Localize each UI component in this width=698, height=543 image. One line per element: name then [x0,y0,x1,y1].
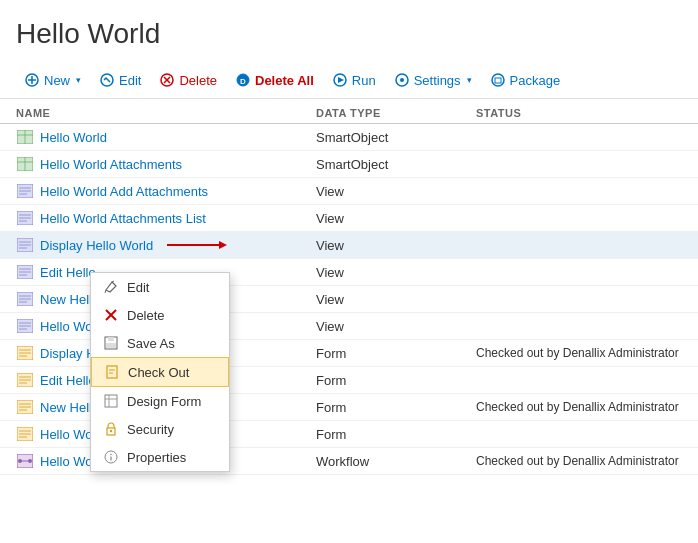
table-row[interactable]: Hello World Add Attachments View [0,178,698,205]
svg-point-12 [400,78,404,82]
row-name: Hello World Attachments [16,156,316,172]
delete-all-icon: D [235,72,251,88]
row-datatype: View [316,319,476,334]
svg-rect-74 [107,366,117,378]
settings-icon [394,72,410,88]
view-icon [16,291,34,307]
row-datatype: View [316,238,476,253]
row-datatype: Form [316,400,476,415]
edit-icon [99,72,115,88]
delete-icon [159,72,175,88]
col-status: STATUS [476,107,682,119]
settings-button[interactable]: Settings ▾ [386,68,480,92]
svg-rect-72 [108,337,114,341]
row-name: Hello World Attachments List [16,210,316,226]
delete-button[interactable]: Delete [151,68,225,92]
x-red-icon [103,307,119,323]
form-icon [16,426,34,442]
new-button[interactable]: New ▾ [16,68,89,92]
pencil-icon [103,279,119,295]
row-datatype: View [316,292,476,307]
form-icon [16,372,34,388]
lock-icon [103,421,119,437]
svg-text:D: D [240,77,246,86]
row-status: Checked out by Denallix Administrator [476,400,682,414]
row-datatype: Form [316,346,476,361]
delete-all-button[interactable]: D Delete All [227,68,322,92]
row-datatype: SmartObject [316,157,476,172]
svg-point-81 [110,430,112,432]
row-datatype: View [316,265,476,280]
col-name: NAME [16,107,316,119]
ctx-properties[interactable]: Properties [91,443,229,471]
settings-dropdown-arrow: ▾ [467,75,472,85]
row-name: Hello World [16,129,316,145]
ctx-check-out[interactable]: Check Out [91,357,229,387]
run-label: Run [352,73,376,88]
row-datatype: View [316,184,476,199]
ctx-design-form[interactable]: Design Form [91,387,229,415]
edit-label: Edit [119,73,141,88]
palette-icon [103,393,119,409]
row-datatype: SmartObject [316,130,476,145]
package-icon [490,72,506,88]
run-button[interactable]: Run [324,68,384,92]
table-row[interactable]: Hello World SmartObject [0,124,698,151]
delete-all-label: Delete All [255,73,314,88]
form-icon [16,399,34,415]
view-icon [16,264,34,280]
row-datatype: View [316,211,476,226]
row-name: Hello World Add Attachments [16,183,316,199]
arrow-indicator [167,238,227,252]
package-button[interactable]: Package [482,68,569,92]
svg-point-83 [110,454,112,456]
context-menu: Edit Delete Save As [90,272,230,472]
svg-marker-10 [338,77,344,83]
row-status: Checked out by Denallix Administrator [476,454,682,468]
svg-point-64 [18,459,22,463]
ctx-save-as[interactable]: Save As [91,329,229,357]
ctx-security[interactable]: Security [91,415,229,443]
row-datatype: Form [316,373,476,388]
page-title: Hello World [0,0,698,62]
new-icon [24,72,40,88]
row-status: Checked out by Denallix Administrator [476,346,682,360]
table-header: NAME DATA TYPE STATUS [0,103,698,124]
view-icon [16,183,34,199]
run-icon [332,72,348,88]
svg-rect-14 [495,78,501,83]
settings-label: Settings [414,73,461,88]
edit-button[interactable]: Edit [91,68,149,92]
svg-rect-73 [106,343,116,348]
ctx-edit[interactable]: Edit [91,273,229,301]
row-datatype: Form [316,427,476,442]
row-datatype: Workflow [316,454,476,469]
table-body: Hello World SmartObject Hello World Atta… [0,124,698,475]
new-dropdown-arrow: ▾ [76,75,81,85]
table-row[interactable]: Display Hello World View [0,232,698,259]
col-data-type: DATA TYPE [316,107,476,119]
table-row[interactable]: Hello World Attachments List View [0,205,698,232]
checkout-icon [104,364,120,380]
new-label: New [44,73,70,88]
workflow-icon [16,453,34,469]
toolbar: New ▾ Edit Delete D Delete Al [0,62,698,99]
svg-point-13 [492,74,504,86]
form-icon [16,345,34,361]
view-icon [16,237,34,253]
table-row[interactable]: Hello World Attachments SmartObject [0,151,698,178]
save-icon [103,335,119,351]
delete-label: Delete [179,73,217,88]
package-label: Package [510,73,561,88]
ctx-delete[interactable]: Delete [91,301,229,329]
smartobject-icon [16,129,34,145]
svg-line-68 [112,281,114,282]
svg-rect-77 [105,395,117,407]
view-icon [16,210,34,226]
smartobject-icon [16,156,34,172]
svg-line-67 [105,290,106,293]
row-name: Display Hello World [16,237,316,253]
svg-marker-34 [219,241,227,249]
view-icon [16,318,34,334]
info-icon [103,449,119,465]
